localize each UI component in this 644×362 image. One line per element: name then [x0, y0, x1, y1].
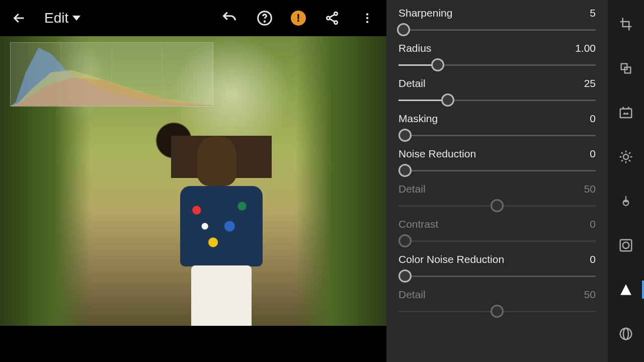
svg-point-6	[366, 17, 368, 19]
slider-thumb	[491, 199, 504, 212]
photo-subject	[171, 136, 272, 326]
slider-track[interactable]	[398, 58, 596, 71]
slider-value: 0	[590, 148, 596, 160]
svg-point-5	[366, 13, 368, 15]
image-canvas[interactable]	[0, 36, 386, 326]
tool-light[interactable]	[616, 147, 636, 167]
slider-value: 0	[590, 113, 596, 125]
svg-point-4	[334, 21, 337, 24]
slider-radius: Radius1.00	[398, 42, 596, 71]
slider-contrast: Contrast0	[398, 218, 596, 247]
svg-point-17	[623, 242, 629, 249]
slider-track[interactable]	[398, 23, 596, 36]
slider-track[interactable]	[398, 164, 596, 177]
svg-point-1	[264, 21, 265, 22]
svg-point-19	[623, 328, 628, 340]
slider-value: 1.00	[575, 42, 596, 54]
slider-label: Radius	[398, 42, 431, 54]
more-button[interactable]	[358, 9, 376, 27]
slider-thumb[interactable]	[441, 94, 454, 107]
tool-auto[interactable]	[616, 103, 636, 123]
slider-noise-reduction: Noise Reduction0	[398, 148, 596, 177]
slider-track[interactable]	[398, 94, 596, 107]
svg-point-14	[623, 154, 628, 159]
slider-label: Noise Reduction	[398, 148, 476, 160]
slider-value: 25	[584, 77, 596, 89]
slider-label: Sharpening	[398, 7, 452, 19]
adjustments-panel: Sharpening5Radius1.00Detail25Masking0Noi…	[386, 0, 608, 362]
slider-thumb[interactable]	[398, 129, 412, 142]
svg-rect-16	[620, 240, 632, 251]
back-button[interactable]	[10, 9, 28, 27]
slider-label: Color Noise Reduction	[398, 253, 504, 265]
help-button[interactable]	[256, 9, 274, 27]
svg-point-18	[620, 328, 632, 340]
undo-button[interactable]	[220, 9, 238, 27]
slider-thumb	[398, 234, 412, 247]
tool-detail[interactable]	[616, 280, 636, 300]
slider-value: 50	[584, 289, 596, 301]
slider-thumb[interactable]	[397, 23, 410, 36]
slider-value: 0	[590, 253, 596, 265]
tool-optics[interactable]	[616, 324, 636, 344]
slider-label: Masking	[398, 113, 438, 125]
slider-value: 50	[584, 183, 596, 195]
slider-label: Contrast	[398, 218, 438, 230]
slider-detail: Detail50	[398, 183, 596, 212]
slider-thumb[interactable]	[398, 164, 412, 177]
warning-badge[interactable]: !	[291, 11, 306, 26]
slider-thumb	[491, 305, 504, 318]
tool-color[interactable]	[616, 191, 636, 211]
slider-track	[398, 234, 596, 247]
tool-effects[interactable]	[616, 235, 636, 255]
slider-sharpening: Sharpening5	[398, 7, 596, 36]
chevron-down-icon	[72, 16, 80, 21]
slider-label: Detail	[398, 77, 426, 89]
slider-thumb[interactable]	[398, 269, 412, 283]
slider-track[interactable]	[398, 269, 596, 283]
slider-masking: Masking0	[398, 113, 596, 142]
share-button[interactable]	[323, 9, 341, 27]
svg-point-7	[366, 21, 368, 23]
histogram[interactable]	[10, 42, 213, 107]
mode-dropdown[interactable]: Edit	[44, 10, 80, 26]
mode-label: Edit	[44, 10, 68, 26]
slider-track	[398, 305, 596, 318]
slider-value: 5	[590, 7, 596, 19]
slider-track[interactable]	[398, 129, 596, 142]
tool-crop[interactable]	[616, 14, 636, 34]
tool-presets[interactable]	[616, 58, 636, 78]
svg-point-2	[334, 12, 337, 15]
top-bar: Edit !	[0, 0, 386, 36]
tool-strip	[608, 0, 644, 362]
slider-value: 0	[590, 218, 596, 230]
slider-thumb[interactable]	[431, 58, 444, 71]
slider-detail: Detail25	[398, 77, 596, 107]
slider-detail: Detail50	[398, 289, 596, 318]
slider-label: Detail	[398, 289, 426, 301]
svg-point-3	[327, 17, 330, 20]
slider-color-noise-reduction: Color Noise Reduction0	[398, 253, 596, 283]
slider-label: Detail	[398, 183, 426, 195]
slider-track	[398, 199, 596, 212]
